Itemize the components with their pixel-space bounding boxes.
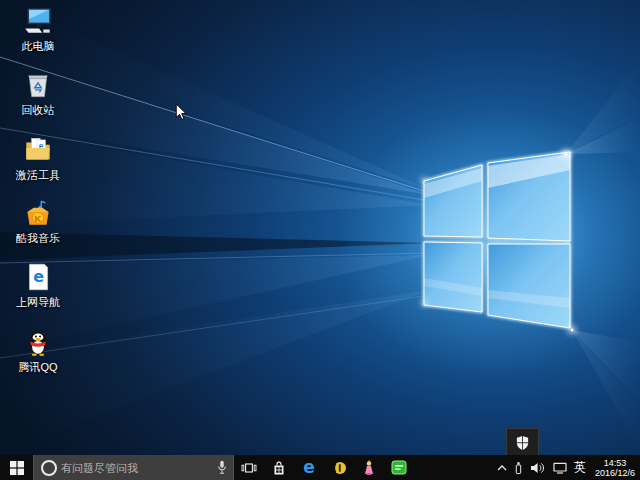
- ime-language-indicator[interactable]: 英: [574, 459, 586, 476]
- gold-coin-app-button[interactable]: [324, 455, 354, 480]
- desktop[interactable]: 此电脑 回收站 e 激活工具 K 酷我音乐: [0, 0, 640, 480]
- svg-text:K: K: [35, 213, 42, 224]
- tray-overflow-popup[interactable]: [506, 428, 539, 457]
- kuwo-music-icon: K: [21, 196, 55, 230]
- recycle-bin-icon: [21, 68, 55, 102]
- network-icon[interactable]: [553, 462, 567, 474]
- edge-browser-button[interactable]: e: [294, 455, 324, 480]
- windows-store-button[interactable]: [264, 455, 294, 480]
- windows-store-icon: [271, 460, 287, 476]
- desktop-icon-web-navigation[interactable]: e 上网导航: [4, 260, 72, 308]
- tencent-qq-icon: [21, 325, 55, 359]
- desktop-icon-label: 激活工具: [16, 169, 60, 181]
- windows-hero-wallpaper: [0, 0, 640, 480]
- svg-text:e: e: [33, 267, 44, 286]
- task-view-icon: [241, 460, 257, 476]
- taskbar: e: [0, 455, 640, 480]
- activation-tool-icon: e: [21, 133, 55, 167]
- desktop-icon-activation-tool[interactable]: e 激活工具: [4, 133, 72, 181]
- chevron-up-icon[interactable]: [497, 465, 507, 471]
- cortana-search-box[interactable]: [33, 455, 234, 480]
- desktop-icon-this-pc[interactable]: 此电脑: [4, 4, 72, 52]
- desktop-icon-label: 上网导航: [16, 296, 60, 308]
- mouse-cursor: [175, 103, 187, 121]
- web-navigation-icon: e: [21, 260, 55, 294]
- desktop-icon-label: 回收站: [22, 104, 55, 116]
- clock-time: 14:53: [593, 458, 637, 468]
- search-input[interactable]: [34, 455, 233, 480]
- pink-character-app-icon: [362, 460, 376, 476]
- desktop-icon-label: 酷我音乐: [16, 232, 60, 244]
- desktop-icon-label: 腾讯QQ: [18, 361, 57, 373]
- volume-icon[interactable]: [530, 462, 546, 474]
- green-app-icon: [391, 460, 407, 475]
- desktop-icon-tencent-qq[interactable]: 腾讯QQ: [4, 325, 72, 373]
- usb-device-icon[interactable]: [514, 461, 523, 475]
- edge-browser-icon: e: [303, 459, 315, 476]
- pink-character-app-button[interactable]: [354, 455, 384, 480]
- taskbar-clock[interactable]: 14:53 2016/12/6: [593, 458, 637, 478]
- task-view-button[interactable]: [234, 455, 264, 480]
- desktop-icon-label: 此电脑: [22, 40, 55, 52]
- clock-date: 2016/12/6: [593, 468, 637, 478]
- security-shield-icon: [515, 435, 530, 451]
- windows-start-icon: [10, 461, 24, 475]
- microphone-icon[interactable]: [217, 460, 227, 475]
- start-button[interactable]: [0, 455, 33, 480]
- desktop-icon-kuwo-music[interactable]: K 酷我音乐: [4, 196, 72, 244]
- this-pc-icon: [21, 4, 55, 38]
- system-tray: 英 14:53 2016/12/6: [497, 455, 640, 480]
- gold-coin-app-icon: [331, 460, 347, 476]
- green-app-button[interactable]: [384, 455, 414, 480]
- cortana-circle-icon: [41, 460, 57, 476]
- desktop-icon-recycle-bin[interactable]: 回收站: [4, 68, 72, 116]
